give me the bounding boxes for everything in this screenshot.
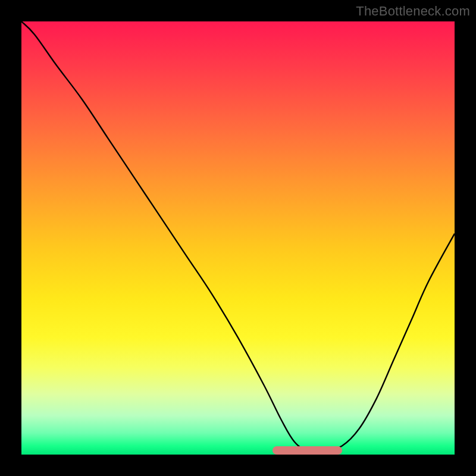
optimal-region-marker	[273, 446, 342, 455]
plot-area	[21, 21, 455, 455]
curve-svg	[21, 21, 455, 455]
chart-frame: TheBottleneck.com	[0, 0, 476, 476]
bottleneck-curve-path	[21, 21, 455, 451]
watermark-text: TheBottleneck.com	[356, 4, 470, 19]
